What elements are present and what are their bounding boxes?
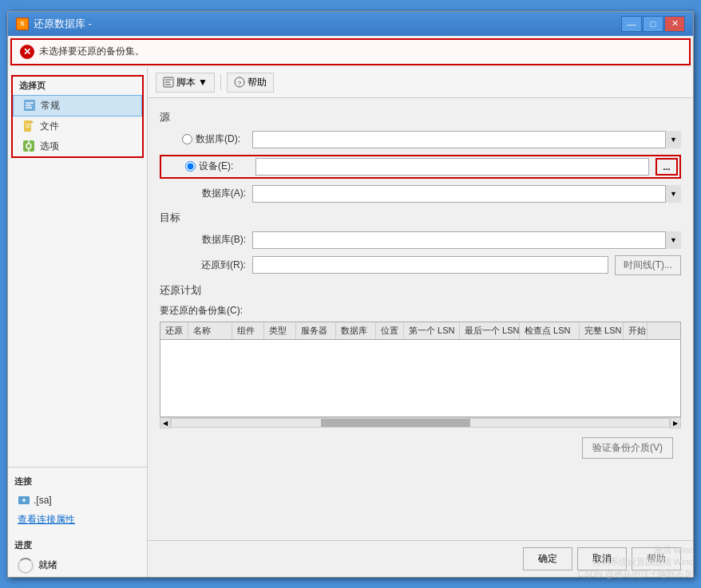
connection-section-label: 连接 [8,472,147,491]
progress-section-label: 进度 [8,536,147,554]
col-name: 名称 [188,322,232,339]
main-area: 选择页 常规 [8,68,693,577]
sidebar: 选择页 常规 [8,68,148,577]
general-icon [23,99,36,112]
database-source-row: 数据库(D): ▼ [160,131,681,148]
table-header: 还原 名称 组件 类型 服务器 数据库 位置 第一个 LSN 最后一个 LSN … [160,322,680,340]
device-source-row: 设备(E): ... [160,155,681,179]
maximize-button[interactable]: □ [643,16,663,32]
plan-section-label: 还原计划 [160,283,681,298]
script-label: 脚本 [176,76,196,89]
svg-marker-5 [31,120,34,123]
database-source-combo-wrapper: ▼ [252,131,681,148]
col-component: 组件 [232,322,264,339]
target-database-label: 数据库(B): [182,233,246,247]
restore-to-row: 还原到(R): 时间线(T)... [160,255,681,275]
sidebar-section-title: 选择页 [13,77,142,95]
backup-sets-table: 还原 名称 组件 类型 服务器 数据库 位置 第一个 LSN 最后一个 LSN … [160,322,681,417]
plan-section: 还原计划 要还原的备份集(C): 还原 名称 组件 类型 服务器 数据库 位置 … [160,283,681,428]
close-button[interactable]: ✕ [664,16,685,32]
options-icon [22,140,35,152]
connection-item: .[sa] [8,491,147,510]
error-bar: ✕ 未选择要还原的备份集。 [10,38,691,65]
svg-rect-4 [24,120,31,132]
svg-point-13 [22,499,26,502]
toolbar-separator [220,74,221,90]
files-label: 文件 [40,120,59,133]
connection-user: .[sa] [34,495,52,506]
browse-button[interactable]: ... [655,158,678,176]
col-database: 数据库 [336,322,376,339]
script-button[interactable]: 脚本 ▼ [156,73,215,93]
source-section-label: 源 [160,110,681,124]
device-input[interactable] [255,158,649,176]
restore-database-dialog: S 还原数据库 - — □ ✕ ✕ 未选择要还原的备份集。 选择页 [7,11,694,578]
spinner-icon [18,558,34,574]
sidebar-item-files[interactable]: 文件 [13,116,142,136]
server-icon [18,494,30,507]
target-section-label: 目标 [160,211,681,225]
files-icon [22,120,35,132]
database-a-combo-wrapper: ▼ [252,185,681,203]
sidebar-item-general[interactable]: 常规 [13,95,142,116]
svg-text:?: ? [238,80,242,87]
col-type: 类型 [264,322,296,339]
sidebar-item-options[interactable]: 选项 [13,136,142,156]
table-body [160,340,680,404]
help-action-button[interactable]: 帮助 [632,547,681,570]
device-radio[interactable] [185,161,196,172]
database-source-select[interactable] [252,131,681,148]
title-bar-left: S 还原数据库 - [16,17,92,31]
device-source-text: 设备(E): [199,160,233,173]
form-area: 源 数据库(D): ▼ [148,98,693,540]
content-area: 脚本 ▼ ? 帮助 源 [148,68,693,577]
col-checkpoint-lsn: 检查点 LSN [520,322,580,339]
col-restore: 还原 [160,322,188,339]
col-last-lsn: 最后一个 LSN [460,322,520,339]
target-database-select[interactable] [252,231,681,249]
col-server: 服务器 [296,322,336,339]
scroll-left-button[interactable]: ◀ [160,417,171,428]
title-bar: S 还原数据库 - — □ ✕ [8,12,693,36]
database-source-text: 数据库(D): [196,132,240,146]
options-label: 选项 [40,140,59,153]
horizontal-scrollbar[interactable] [171,418,670,428]
view-properties-link[interactable]: 查看连接属性 [8,510,147,530]
minimize-button[interactable]: — [621,16,642,32]
database-a-row: 数据库(A): ▼ [160,185,681,203]
ok-button[interactable]: 确定 [523,547,572,570]
timeline-button[interactable]: 时间线(T)... [615,255,681,275]
col-first-lsn: 第一个 LSN [404,322,460,339]
col-location: 位置 [376,322,404,339]
bottom-bar: 确定 取消 帮助 [148,540,693,577]
database-radio-label[interactable]: 数据库(D): [182,132,246,146]
error-icon: ✕ [20,45,34,59]
scroll-right-button[interactable]: ▶ [670,417,681,428]
database-a-label: 数据库(A): [182,187,246,200]
dialog-title: 还原数据库 - [34,17,92,31]
col-full-lsn: 完整 LSN [580,322,624,339]
database-a-select[interactable] [252,185,681,203]
target-database-combo-wrapper: ▼ [252,231,681,249]
general-label: 常规 [41,99,60,112]
device-radio-label[interactable]: 设备(E): [185,160,249,173]
progress-text: 就绪 [38,558,57,572]
help-button[interactable]: ? 帮助 [227,73,274,93]
scrollbar-area: ◀ ▶ [160,417,681,428]
validate-button[interactable]: 验证备份介质(V) [582,437,673,459]
backup-sets-label: 要还原的备份集(C): [160,304,681,318]
script-icon [163,77,174,88]
window-controls: — □ ✕ [621,16,685,32]
help-label: 帮助 [248,76,267,89]
help-icon: ? [234,77,245,88]
scrollbar-thumb [321,419,470,427]
progress-status: 就绪 [8,554,147,577]
restore-to-label: 还原到(R): [182,258,246,272]
database-radio[interactable] [182,134,192,144]
toolbar: 脚本 ▼ ? 帮助 [148,68,693,98]
error-message: 未选择要还原的备份集。 [39,45,145,58]
restore-to-input[interactable] [252,256,608,274]
app-icon: S [16,18,29,30]
script-arrow: ▼ [198,77,208,88]
cancel-button[interactable]: 取消 [577,547,627,570]
